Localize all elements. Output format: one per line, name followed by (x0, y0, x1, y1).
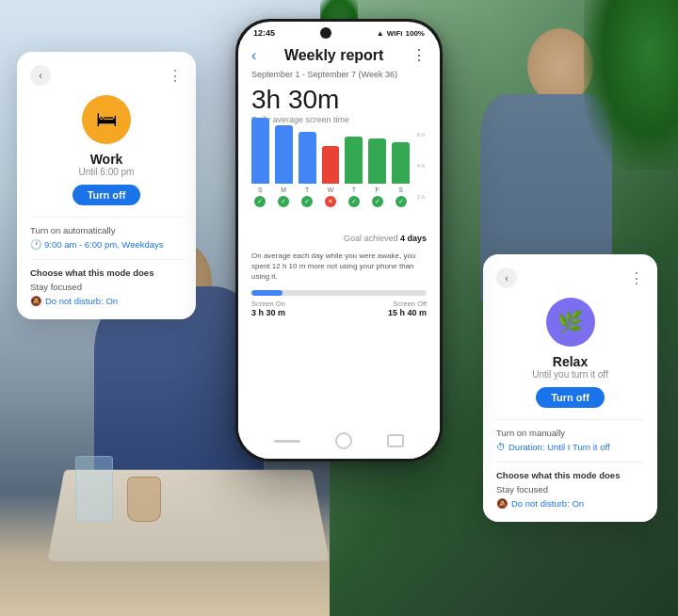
relax-mode-icon-circle: 🌿 (546, 298, 595, 347)
wifi-icon: WiFi (387, 29, 403, 38)
nav-home-icon[interactable] (335, 432, 352, 449)
check-f: ✓ (372, 196, 383, 207)
phone-notch (320, 27, 331, 39)
work-turn-off-button[interactable]: Turn off (73, 185, 141, 205)
bar-group-t1: T ✓ (299, 132, 316, 207)
relax-schedule-icon: ⏱ (496, 442, 506, 452)
bar-group-s1: S ✓ (251, 118, 269, 207)
relax-dnd-row: 🔕 Do not disturb: On (496, 498, 644, 509)
work-stay-focused: Stay focused (30, 282, 183, 292)
check-s2: ✓ (396, 196, 407, 207)
phone-back-button[interactable]: ‹ (251, 47, 256, 64)
check-s1: ✓ (254, 196, 266, 207)
relax-divider-2 (496, 462, 644, 462)
bar-group-t2: T ✓ (345, 137, 363, 207)
phone-screen-title: Weekly report (284, 47, 384, 64)
phone-inner: 12:45 ▲ WiFi 100% ‹ Weekly report ⋮ Sept… (238, 22, 440, 459)
card-work-header: ‹ ⋮ (30, 65, 183, 86)
screen-on-value: 3 h 30 m (251, 308, 285, 317)
phone-frame: 12:45 ▲ WiFi 100% ‹ Weekly report ⋮ Sept… (235, 19, 443, 462)
work-mode-card: ‹ ⋮ 🛏 Work Until 6:00 pm Turn off Turn o… (17, 52, 196, 319)
y-label-2h: 2 h (417, 194, 425, 200)
phone-time: 12:45 (253, 28, 275, 38)
relax-dnd-icon: 🔕 (496, 498, 508, 509)
relax-mode-subtitle: Until you turn it off (496, 369, 644, 380)
screen-off-value: 15 h 40 m (388, 308, 427, 317)
work-divider-1 (30, 217, 183, 218)
relax-turn-off-button[interactable]: Turn off (536, 387, 605, 408)
bar-label-t1: T (305, 186, 309, 193)
progress-track (251, 290, 427, 296)
plant-top-right (584, 0, 678, 170)
progress-fill (251, 290, 282, 296)
goal-value: 4 days (400, 234, 427, 243)
schedule-icon: 🕐 (30, 239, 41, 250)
relax-dnd-text: Do not disturb: On (511, 498, 584, 509)
work-divider-2 (30, 259, 183, 260)
bar-s1 (251, 118, 269, 184)
relax-auto-title: Turn on manually (496, 428, 644, 438)
bar-m (275, 125, 293, 184)
bar-label-m: M (281, 186, 286, 193)
relax-mode-icon: 🌿 (557, 310, 583, 334)
check-w: ✕ (325, 196, 336, 207)
bar-label-s2: S (398, 186, 403, 193)
phone-nav: ‹ Weekly report ⋮ (251, 46, 427, 64)
relax-mode-card: ‹ ⋮ 🌿 Relax Until you turn it off Turn o… (483, 254, 657, 522)
dnd-icon: 🔕 (30, 296, 41, 306)
bar-chart-container: S ✓ M ✓ T ✓ (251, 132, 427, 226)
check-t2: ✓ (348, 196, 360, 207)
bar-label-t2: T (352, 186, 356, 193)
phone-more-button[interactable]: ⋮ (412, 46, 427, 64)
relax-stay-focused: Stay focused (496, 484, 644, 494)
relax-mode-title: Relax (496, 354, 644, 369)
work-mode-icon: 🛏 (96, 107, 117, 132)
relax-choose-title: Choose what this mode does (496, 470, 644, 480)
screen-on-label: Screen On (251, 300, 285, 308)
bar-s2 (392, 142, 410, 184)
relax-schedule: ⏱ Duration: Until I Turn it off (496, 442, 644, 452)
date-range: September 1 - September 7 (Week 36) (251, 70, 427, 79)
nav-back-icon[interactable] (387, 434, 404, 447)
screen-time-label: Daily average screen time (251, 115, 427, 124)
work-auto-title: Turn on automatically (30, 225, 183, 235)
bar-label-f: F (376, 186, 379, 193)
nav-lines-icon[interactable] (274, 440, 300, 443)
work-dnd-row: 🔕 Do not disturb: On (30, 296, 183, 306)
screen-time-display: 3h 30m (251, 87, 427, 113)
mug (127, 477, 161, 522)
phone-content: ‹ Weekly report ⋮ September 1 - Septembe… (238, 41, 440, 425)
bar-w (322, 146, 340, 184)
signal-icon: ▲ (377, 29, 384, 38)
bar-t2 (345, 137, 363, 184)
work-more-button[interactable]: ⋮ (168, 67, 183, 85)
bar-group-m: M ✓ (275, 125, 293, 207)
relax-more-button[interactable]: ⋮ (629, 269, 644, 287)
status-bar: 12:45 ▲ WiFi 100% (238, 22, 440, 41)
bar-f (368, 138, 386, 184)
status-icons: ▲ WiFi 100% (377, 29, 425, 38)
goal-label: Goal achieved (344, 234, 398, 243)
work-schedule: 🕐 9:00 am - 6:00 pm, Weekdays (30, 239, 183, 250)
work-dnd-text: Do not disturb: On (45, 296, 118, 306)
card-relax-header: ‹ ⋮ (496, 267, 644, 288)
check-m: ✓ (278, 196, 289, 207)
progress-values: 3 h 30 m 15 h 40 m (251, 308, 427, 317)
work-choose-title: Choose what this mode does (30, 267, 183, 278)
work-back-button[interactable]: ‹ (30, 65, 51, 86)
progress-labels: Screen On Screen Off (251, 300, 427, 308)
progress-container: Screen On Screen Off 3 h 30 m 15 h 40 m (251, 290, 427, 317)
y-axis-labels: 6 h 4 h 2 h (417, 132, 425, 200)
bar-t1 (299, 132, 316, 184)
goal-row: Goal achieved 4 days (251, 234, 427, 243)
bar-label-w: W (328, 186, 334, 193)
relax-back-button[interactable]: ‹ (496, 267, 517, 288)
bar-chart: S ✓ M ✓ T ✓ (251, 132, 410, 207)
phone-bottom-nav (238, 425, 440, 459)
avg-text: On average each day while you were awake… (251, 251, 427, 283)
relax-divider-1 (496, 419, 644, 420)
y-label-6h: 6 h (417, 132, 425, 138)
glass (75, 456, 113, 522)
check-t1: ✓ (301, 196, 313, 207)
bar-group-w: W ✕ (322, 146, 340, 207)
